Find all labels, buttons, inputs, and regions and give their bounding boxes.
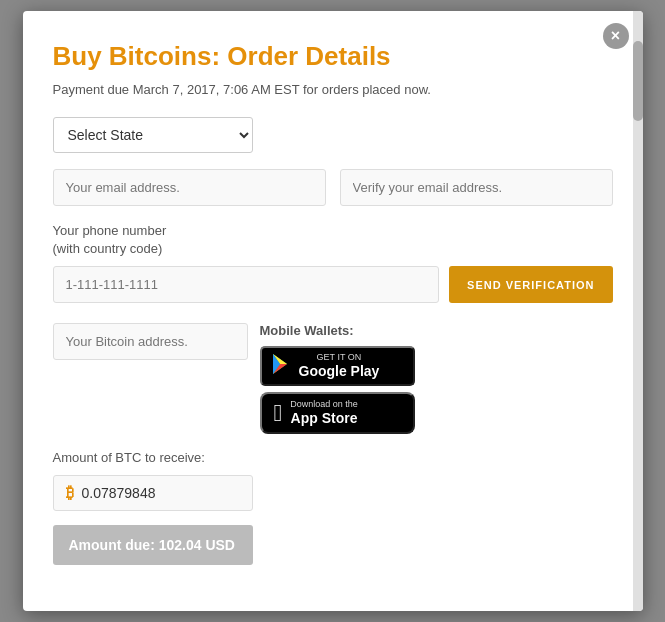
state-select[interactable]: Select State Alabama Alaska Arizona Cali… bbox=[53, 117, 253, 153]
scrollbar-thumb[interactable] bbox=[633, 41, 643, 121]
phone-row: SEND VERIFICATION bbox=[53, 266, 613, 303]
modal-container: × Buy Bitcoins: Order Details Payment du… bbox=[23, 11, 643, 611]
bitcoin-address-input[interactable] bbox=[53, 323, 248, 360]
google-play-icon bbox=[272, 354, 292, 379]
verify-email-input[interactable] bbox=[340, 169, 613, 206]
email-input[interactable] bbox=[53, 169, 326, 206]
modal-subtitle: Payment due March 7, 2017, 7:06 AM EST f… bbox=[53, 82, 613, 97]
btc-value: 0.07879848 bbox=[82, 485, 156, 501]
google-play-text: GET IT ON Google Play bbox=[299, 352, 380, 380]
email-row bbox=[53, 169, 613, 206]
send-verification-button[interactable]: SEND VERIFICATION bbox=[449, 266, 612, 303]
close-button[interactable]: × bbox=[603, 23, 629, 49]
amount-due-bar: Amount due: 102.04 USD bbox=[53, 525, 253, 565]
apple-icon:  bbox=[274, 401, 283, 425]
phone-input[interactable] bbox=[53, 266, 440, 303]
bitcoin-wallets-row: Mobile Wallets: GET IT ON Google Play bbox=[53, 323, 613, 433]
mobile-wallets-label: Mobile Wallets: bbox=[260, 323, 354, 338]
mobile-wallets-section: Mobile Wallets: GET IT ON Google Play bbox=[260, 323, 415, 433]
phone-label: Your phone number (with country code) bbox=[53, 222, 613, 258]
scrollbar[interactable] bbox=[633, 11, 643, 611]
app-store-text: Download on the App Store bbox=[290, 399, 358, 427]
btc-icon: ₿ bbox=[66, 484, 74, 502]
btc-amount-row: ₿ 0.07879848 bbox=[53, 475, 253, 511]
amount-label: Amount of BTC to receive: bbox=[53, 450, 613, 465]
app-store-button[interactable]:  Download on the App Store bbox=[260, 392, 415, 434]
modal-title: Buy Bitcoins: Order Details bbox=[53, 41, 613, 72]
google-play-button[interactable]: GET IT ON Google Play bbox=[260, 346, 415, 386]
